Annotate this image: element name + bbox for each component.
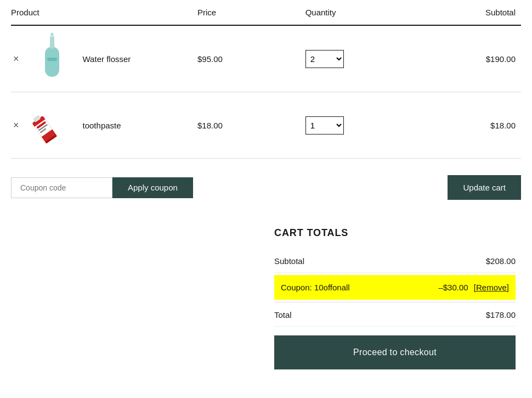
remove-toothpaste-button[interactable]: ×	[11, 118, 21, 132]
total-value: $178.00	[486, 310, 516, 319]
coupon-section: Apply coupon	[11, 177, 193, 198]
product-cell-water-flosser: × Water flosser	[11, 37, 197, 81]
toothpaste-quantity[interactable]: 1 2 3	[305, 116, 344, 134]
remove-water-flosser-button[interactable]: ×	[11, 52, 21, 66]
water-flosser-quantity[interactable]: 1 2 3 4 5	[305, 50, 344, 68]
remove-coupon-link[interactable]: [Remove]	[474, 283, 509, 292]
toothpaste-name: toothpaste	[83, 121, 121, 130]
coupon-discount-row: Coupon: 10offonall –$30.00 [Remove]	[274, 275, 516, 300]
coupon-input[interactable]	[11, 177, 112, 198]
product-cell-toothpaste: ×	[11, 103, 197, 147]
total-label: Total	[274, 310, 292, 319]
coupon-discount-amount: –$30.00	[438, 283, 468, 292]
water-flosser-name: Water flosser	[83, 54, 131, 64]
price-header: Price	[197, 8, 305, 17]
checkout-button[interactable]: Proceed to checkout	[274, 335, 516, 369]
toothpaste-qty-cell: 1 2 3	[305, 116, 414, 134]
total-row: Total $178.00	[274, 302, 516, 327]
svg-rect-3	[47, 58, 57, 61]
cart-totals-title: CART TOTALS	[274, 227, 516, 239]
water-flosser-image	[30, 37, 74, 81]
subtotal-header: Subtotal	[413, 8, 521, 17]
water-flosser-subtotal: $190.00	[413, 54, 521, 64]
water-flosser-qty-cell: 1 2 3 4 5	[305, 50, 414, 68]
water-flosser-price: $95.00	[197, 54, 305, 64]
cart-totals-box: CART TOTALS Subtotal $208.00 Coupon: 10o…	[274, 227, 516, 369]
apply-coupon-button[interactable]: Apply coupon	[112, 177, 193, 198]
subtotal-label: Subtotal	[274, 256, 304, 266]
svg-rect-1	[50, 36, 54, 49]
subtotal-value: $208.00	[486, 256, 516, 266]
product-header: Product	[11, 8, 197, 17]
cart-row-toothpaste: ×	[11, 92, 521, 159]
quantity-header: Quantity	[305, 8, 414, 17]
subtotal-row: Subtotal $208.00	[274, 250, 516, 273]
toothpaste-subtotal: $18.00	[413, 121, 521, 130]
coupon-label: Coupon: 10offonall	[281, 283, 350, 292]
toothpaste-image	[30, 103, 74, 147]
toothpaste-price: $18.00	[197, 121, 305, 130]
coupon-discount-value: –$30.00 [Remove]	[438, 283, 509, 292]
cart-row-water-flosser: × Water flosser $95.00	[11, 26, 521, 92]
update-cart-button[interactable]: Update cart	[448, 175, 521, 200]
svg-rect-0	[45, 47, 59, 77]
cart-totals-section: CART TOTALS Subtotal $208.00 Coupon: 10o…	[11, 216, 521, 391]
cart-table-header: Product Price Quantity Subtotal	[11, 0, 521, 26]
coupon-update-row: Apply coupon Update cart	[11, 159, 521, 216]
